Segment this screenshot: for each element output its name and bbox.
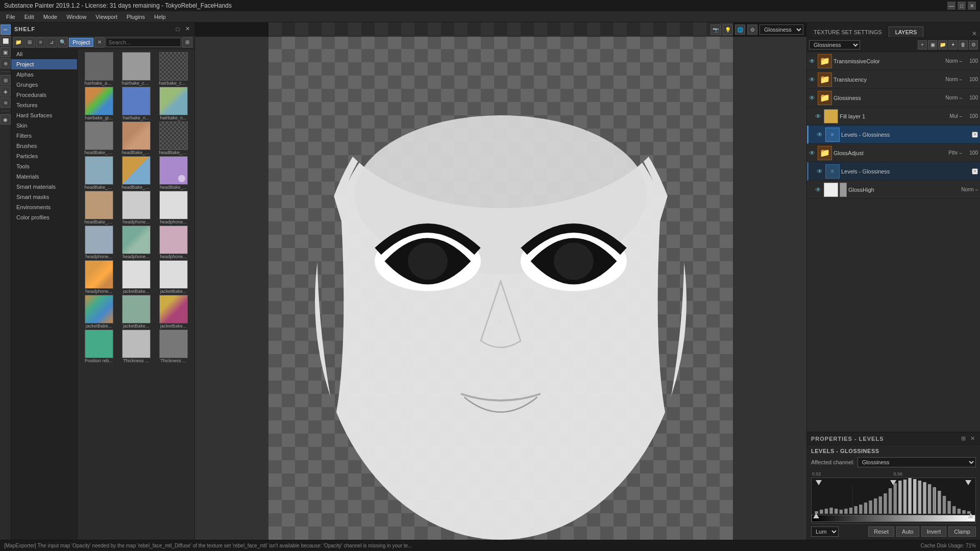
list-item[interactable]: Thickness ... [155,330,191,363]
list-item[interactable]: jacketBake... [81,295,117,329]
layer-item[interactable]: 👁 ≡ Levels - Glossiness ✕ [807,162,980,181]
tool-select[interactable]: ⊞ [1,75,11,85]
nav-hard-surfaces[interactable]: Hard Surfaces [11,110,77,120]
list-item[interactable]: headBake_c... [155,121,191,155]
list-item[interactable]: hairbake_n... [118,87,154,120]
nav-tools[interactable]: Tools [11,161,77,171]
list-item[interactable]: hairbake_gr... [81,87,117,120]
layer-item[interactable]: 👁 📁 GlossAdjust Pthr – 100 [807,144,980,162]
menu-file[interactable]: File [2,13,19,21]
nav-brushes[interactable]: Brushes [11,141,77,151]
layer-visibility-toggle[interactable]: 👁 [809,149,816,157]
project-tab[interactable]: Project [69,38,93,47]
menu-window[interactable]: Window [62,13,90,21]
layer-visibility-toggle[interactable]: 👁 [809,76,816,83]
properties-close-btn[interactable]: ✕ [969,435,976,442]
shelf-close-btn[interactable]: ✕ [183,25,191,33]
list-item[interactable]: hairbake_n... [155,87,191,120]
nav-materials[interactable]: Materials [11,171,77,182]
layer-visibility-toggle[interactable]: 👁 [815,113,822,120]
minimize-button[interactable]: — [947,2,955,10]
shelf-folder-btn[interactable]: 📁 [13,37,23,47]
close-button[interactable]: ✕ [968,2,976,10]
list-item[interactable]: hairbake_cu... [155,52,191,86]
shelf-list-btn[interactable]: ≡ [36,37,46,47]
add-fill-btn[interactable]: ▣ [928,40,937,49]
nav-textures[interactable]: Textures [11,100,77,110]
layer-visibility-toggle[interactable]: 👁 [815,186,822,193]
layer-item[interactable]: 👁 📁 Glossiness Norm – 100 [807,89,980,107]
list-item[interactable]: headBake_... [155,156,191,190]
layer-settings-btn[interactable]: ⚙ [969,40,978,49]
tool-picker[interactable]: ⊕ [1,58,11,68]
menu-mode[interactable]: Mode [39,13,62,21]
affected-channel-select[interactable]: Glossiness Roughness Albedo [857,457,976,467]
search-input[interactable] [106,38,181,47]
layer-item[interactable]: 👁 Fill layer 1 Mul – 100 [807,107,980,126]
output-white-handle[interactable] [968,513,974,518]
list-item[interactable]: Position reb... [81,330,117,363]
list-item[interactable]: headphone... [81,226,117,259]
shelf-grid-btn[interactable]: ⊞ [24,37,35,47]
viewport-settings-btn[interactable]: ⚙ [747,24,757,35]
list-item[interactable]: Thickness ... [118,330,154,363]
layer-item[interactable]: 👁 📁 TransmissiveColor Norm – 100 [807,52,980,70]
properties-popout-btn[interactable]: ⊞ [960,435,967,442]
menu-plugins[interactable]: Plugins [122,13,149,21]
nav-skin[interactable]: Skin [11,120,77,131]
shelf-minimize-btn[interactable]: □ [174,25,182,33]
tool-clone[interactable]: ◈ [1,86,11,96]
layer-visibility-toggle[interactable]: 👁 [809,94,816,102]
nav-environments[interactable]: Environments [11,202,77,212]
nav-grunges[interactable]: Grunges [11,80,77,90]
viewport[interactable]: 📷 💡 🌐 ⚙ Glossiness Albedo Roughness Meta… [195,22,806,540]
viewport-light-btn[interactable]: 💡 [723,24,733,35]
shelf-search-btn[interactable]: 🔍 [58,37,68,47]
list-item[interactable]: headBake_v... [81,191,117,224]
tab-texture-set-settings[interactable]: TEXTURE SET SETTINGS [807,27,889,37]
list-item[interactable]: jacketBake... [118,260,154,294]
list-item[interactable]: headphone... [155,226,191,259]
nav-smart-materials[interactable]: Smart materials [11,182,77,192]
nav-procedurals[interactable]: Procedurals [11,90,77,100]
list-item[interactable]: headphone... [155,191,191,224]
blend-mode-select[interactable]: Glossiness Norm Mul [809,40,860,49]
tab-layers[interactable]: LAYERS [889,27,924,37]
list-item[interactable]: jacketBake... [155,295,191,329]
layer-visibility-toggle[interactable]: 👁 [809,58,816,65]
layer-visibility-toggle[interactable]: 👁 [817,168,824,175]
nav-color-profiles[interactable]: Color profiles [11,212,77,222]
restore-button[interactable]: □ [958,2,966,10]
channel-select[interactable]: Glossiness Albedo Roughness Metallic Nor… [760,24,803,35]
nav-project[interactable]: Project [11,59,77,69]
menu-edit[interactable]: Edit [20,13,38,21]
layer-item-levels-active[interactable]: 👁 ≡ Levels - Glossiness ✕ [807,126,980,144]
menu-help[interactable]: Help [150,13,170,21]
delete-layer-btn[interactable]: 🗑 [959,40,968,49]
close-effect-btn2[interactable]: ✕ [972,168,978,174]
nav-filters[interactable]: Filters [11,131,77,141]
list-item[interactable]: headphone... [81,260,117,294]
viewport-camera-btn[interactable]: 📷 [710,24,721,35]
list-item[interactable]: headBake_ao... [81,121,117,155]
list-item[interactable]: hairbake_co... [118,52,154,86]
add-layer-btn[interactable]: + [918,40,927,49]
menu-viewport[interactable]: Viewport [91,13,121,21]
shelf-grid-view-btn[interactable]: ⊞ [182,37,192,47]
layer-item[interactable]: 👁 GlossHigh Norm – [807,181,980,199]
nav-smart-masks[interactable]: Smart masks [11,192,77,202]
list-item[interactable]: jacketBake... [118,295,154,329]
tool-paint[interactable]: ✏ [1,24,11,35]
list-item[interactable]: headBake_c... [118,121,154,155]
shelf-x-btn[interactable]: ✕ [94,37,105,47]
close-effect-btn[interactable]: ✕ [972,132,978,138]
list-item[interactable]: headphone... [118,226,154,259]
tool-erase[interactable]: ⬜ [1,36,11,46]
tool-fill[interactable]: ▣ [1,47,11,57]
nav-all[interactable]: All [11,49,77,59]
list-item[interactable]: jacketBake... [155,260,191,294]
tool-3d[interactable]: ◉ [1,114,11,124]
list-item[interactable]: hairbake_ao... [81,52,117,86]
clamp-button[interactable]: Clamp [948,527,976,537]
list-item[interactable]: headphone... [118,191,154,224]
